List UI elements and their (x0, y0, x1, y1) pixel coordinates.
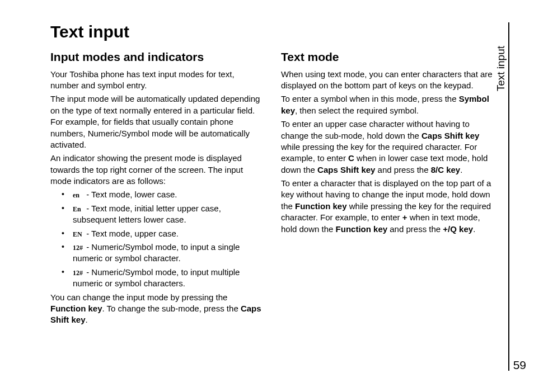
text-run: , then select the required symbol. (295, 106, 419, 115)
mode-indicator-icon: En (73, 205, 84, 214)
section-heading-input-modes: Input modes and indicators (50, 49, 264, 65)
paragraph: To enter a character that is displayed o… (281, 178, 495, 235)
bold-text: Caps Shift key (317, 165, 375, 174)
bold-text: Caps Shift key (421, 131, 479, 140)
document-page: Text input Input modes and indicators Yo… (0, 0, 534, 392)
paragraph: When using text mode, you can enter char… (281, 69, 495, 92)
text-run: . (473, 224, 475, 234)
mode-indicator-icon: EN (73, 230, 84, 239)
mode-indicator-list: en - Text mode, lower case. En - Text mo… (50, 189, 264, 289)
list-item-text: - Text mode, lower case. (84, 190, 177, 199)
mode-indicator-icon: en (73, 191, 84, 200)
page-number: 59 (513, 358, 526, 372)
mode-indicator-icon: 12# (73, 243, 84, 252)
bold-text: +/Q key (443, 224, 473, 234)
bold-text: 8/C key (431, 165, 461, 174)
paragraph: The input mode will be automatically upd… (50, 93, 264, 150)
bold-text: C (348, 153, 354, 163)
section-heading-text-mode: Text mode (281, 49, 495, 65)
bold-text: + (402, 212, 407, 222)
text-run: You can change the input mode by pressin… (50, 292, 227, 302)
text-run: . To change the sub-mode, press the (102, 304, 241, 313)
list-item: en - Text mode, lower case. (62, 189, 264, 200)
list-item: En - Text mode, initial letter upper cas… (62, 203, 264, 226)
paragraph: To enter a symbol when in this mode, pre… (281, 93, 495, 116)
list-item-text: - Numeric/Symbol mode, to input a single… (73, 242, 240, 263)
list-item-text: - Text mode, initial letter upper case, … (73, 204, 221, 224)
list-item: 12# - Numeric/Symbol mode, to input a si… (62, 242, 264, 265)
list-item-text: - Numeric/Symbol mode, to input multiple… (73, 267, 240, 288)
list-item: EN - Text mode, upper case. (62, 228, 264, 239)
content-columns: Input modes and indicators Your Toshiba … (50, 49, 495, 328)
paragraph: You can change the input mode by pressin… (50, 292, 264, 326)
text-run: and press the (387, 224, 443, 234)
paragraph: To enter an upper case character without… (281, 119, 495, 176)
bold-text: Function key (336, 224, 388, 234)
text-run: . (86, 315, 88, 324)
list-item: 12# - Numeric/Symbol mode, to input mult… (62, 267, 264, 290)
side-rule (508, 22, 509, 371)
list-item-text: - Text mode, upper case. (84, 229, 179, 238)
column-left: Input modes and indicators Your Toshiba … (50, 49, 264, 328)
text-run: and press the (375, 165, 430, 174)
bold-text: Function key (50, 304, 102, 313)
text-run: . (460, 165, 462, 174)
paragraph: Your Toshiba phone has text input modes … (50, 69, 264, 92)
bold-text: Function key (295, 201, 347, 211)
column-right: Text mode When using text mode, you can … (281, 49, 495, 328)
text-run: To enter a symbol when in this mode, pre… (281, 94, 459, 103)
mode-indicator-icon: 12# (73, 268, 84, 277)
page-title: Text input (50, 22, 495, 41)
side-section-label: Text input (495, 46, 506, 91)
paragraph: An indicator showing the present mode is… (50, 153, 264, 187)
